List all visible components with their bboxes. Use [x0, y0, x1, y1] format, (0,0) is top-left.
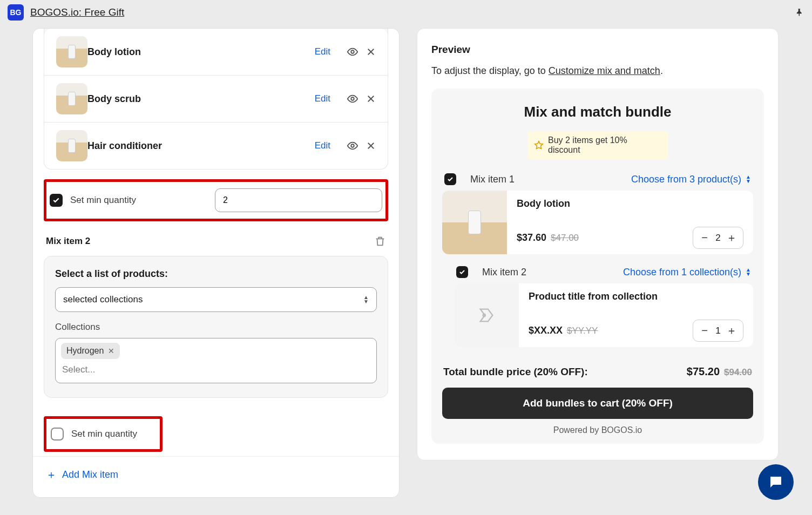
qty-value: 1 — [710, 326, 726, 336]
mix1-checkbox[interactable] — [444, 173, 456, 185]
app-title[interactable]: BOGOS.io: Free Gift — [30, 6, 124, 18]
eye-icon[interactable] — [347, 93, 358, 105]
total-label: Total bundle price (20% OFF): — [443, 366, 588, 378]
pin-icon[interactable] — [795, 8, 804, 17]
product-thumb — [56, 36, 87, 67]
product-thumb — [56, 130, 87, 161]
set-min-label: Set min quantity — [70, 195, 136, 206]
mix-item-2-title: Mix item 2 — [46, 236, 90, 247]
add-mix-item-button[interactable]: ＋ Add Mix item — [33, 456, 399, 497]
mix2-label: Mix item 2 — [482, 267, 526, 278]
preview-mix2-header: Mix item 2 Choose from 1 collection(s) ▲… — [454, 264, 753, 283]
mix-item-2-card: Select a list of products: selected coll… — [44, 256, 388, 398]
set-min-label: Set min quantity — [71, 429, 137, 439]
quantity-stepper: − 1 ＋ — [693, 320, 743, 342]
mix-item-2-header: Mix item 2 — [33, 221, 399, 256]
add-to-cart-button[interactable]: Add bundles to cart (20% OFF) — [442, 388, 753, 419]
chevron-updown-icon: ▲▼ — [746, 175, 751, 184]
product-title: Product title from collection — [529, 291, 743, 302]
bundle-preview: Mix and match bundle Buy 2 items get 10%… — [431, 89, 764, 444]
product-thumb — [56, 83, 87, 114]
set-min-checkbox-checked[interactable] — [50, 194, 63, 207]
add-mix-label: Add Mix item — [62, 469, 118, 480]
mix2-choose-link[interactable]: Choose from 1 collection(s) ▲▼ — [623, 267, 751, 278]
qty-minus-button[interactable]: − — [699, 232, 710, 244]
svg-point-1 — [351, 97, 354, 100]
tag-label: Hydrogen — [66, 346, 104, 356]
qty-minus-button[interactable]: − — [699, 324, 710, 337]
qty-plus-button[interactable]: ＋ — [726, 323, 737, 338]
preview-mix1-header: Mix item 1 Choose from 3 product(s) ▲▼ — [442, 171, 753, 191]
product-price: $XX.XX — [529, 325, 563, 336]
product-name: Hair conditioner — [87, 140, 315, 152]
close-icon[interactable] — [366, 94, 376, 104]
qty-value: 2 — [710, 233, 726, 243]
topbar: BG BOGOS.io: Free Gift — [0, 0, 812, 25]
product-price-old: $YY.YY — [567, 326, 598, 336]
promo-ribbon: Buy 2 items get 10% discount — [527, 131, 668, 159]
product-thumb-placeholder — [454, 283, 519, 347]
product-row: Body scrub Edit — [44, 76, 388, 123]
product-row: Body lotion Edit — [44, 29, 388, 76]
chevron-updown-icon: ▲▼ — [363, 295, 369, 304]
highlight-set-min-2: Set min quantity — [44, 416, 163, 452]
customize-link[interactable]: Customize mix and match — [549, 65, 660, 76]
quantity-stepper: − 2 ＋ — [693, 227, 743, 249]
preview-panel: Preview To adjust the display, go to Cus… — [417, 28, 779, 460]
preview-subtitle: To adjust the display, go to Customize m… — [431, 65, 764, 77]
edit-link[interactable]: Edit — [315, 46, 330, 57]
edit-link[interactable]: Edit — [315, 93, 330, 104]
eye-icon[interactable] — [347, 140, 358, 152]
powered-by: Powered by BOGOS.io — [442, 425, 753, 435]
chat-fab[interactable] — [758, 464, 794, 500]
preview-title: Preview — [431, 44, 764, 56]
chevron-updown-icon: ▲▼ — [746, 268, 751, 276]
preview-product-1: Body lotion $37.60 $47.00 − 2 ＋ — [442, 191, 753, 254]
highlight-set-min-1: Set min quantity — [44, 179, 388, 221]
close-icon[interactable] — [366, 47, 376, 57]
eye-icon[interactable] — [347, 46, 358, 58]
collections-input[interactable]: Hydrogen ✕ Select... — [55, 338, 377, 383]
select-value: selected collections — [63, 294, 143, 305]
product-price: $37.60 — [517, 232, 546, 243]
mix-item-1-card: Body lotion Edit Body scrub Edit — [44, 29, 388, 170]
select-products-label: Select a list of products: — [55, 268, 377, 280]
set-min-checkbox-unchecked[interactable] — [51, 428, 64, 441]
trash-icon[interactable] — [374, 235, 386, 247]
plus-icon: ＋ — [46, 467, 57, 482]
total-price: $75.20 — [687, 365, 720, 378]
product-thumb — [442, 191, 507, 254]
bundle-heading: Mix and match bundle — [442, 104, 753, 120]
config-panel: Body lotion Edit Body scrub Edit — [32, 28, 400, 498]
app-icon: BG — [8, 4, 24, 21]
total-row: Total bundle price (20% OFF): $75.20 $94… — [442, 357, 753, 388]
mix1-label: Mix item 1 — [470, 174, 515, 185]
tag-placeholder: Select... — [61, 362, 371, 377]
remove-tag-icon[interactable]: ✕ — [108, 347, 114, 355]
preview-product-2: Product title from collection $XX.XX $YY… — [454, 283, 753, 347]
promo-text: Buy 2 items get 10% discount — [548, 135, 661, 155]
mix2-checkbox[interactable] — [456, 266, 468, 278]
svg-point-2 — [351, 144, 354, 147]
qty-plus-button[interactable]: ＋ — [726, 231, 737, 245]
product-name: Body scrub — [87, 93, 315, 105]
total-price-old: $94.00 — [724, 367, 752, 378]
edit-link[interactable]: Edit — [315, 140, 330, 151]
collections-label: Collections — [55, 322, 377, 333]
product-price-old: $47.00 — [551, 233, 579, 243]
star-icon — [534, 140, 544, 150]
close-icon[interactable] — [366, 141, 376, 151]
product-title: Body lotion — [517, 198, 743, 209]
tag-chip: Hydrogen ✕ — [61, 343, 120, 359]
min-quantity-input[interactable] — [215, 188, 382, 212]
product-row: Hair conditioner Edit — [44, 123, 388, 169]
product-source-select[interactable]: selected collections ▲▼ — [55, 287, 377, 312]
mix1-choose-link[interactable]: Choose from 3 product(s) ▲▼ — [631, 174, 751, 185]
svg-point-0 — [351, 50, 354, 53]
product-name: Body lotion — [87, 46, 315, 58]
